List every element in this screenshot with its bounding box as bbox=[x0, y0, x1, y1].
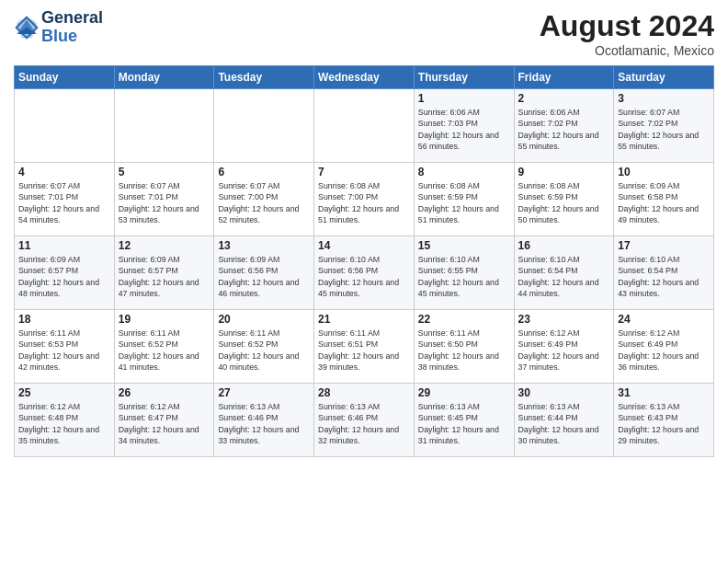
day-number: 16 bbox=[518, 239, 610, 252]
calendar-cell: 26Sunrise: 6:12 AMSunset: 6:47 PMDayligh… bbox=[114, 384, 214, 457]
calendar-cell: 15Sunrise: 6:10 AMSunset: 6:55 PMDayligh… bbox=[414, 236, 514, 310]
day-info: Sunrise: 6:11 AMSunset: 6:52 PMDaylight:… bbox=[218, 327, 310, 373]
calendar-cell: 31Sunrise: 6:13 AMSunset: 6:43 PMDayligh… bbox=[614, 384, 714, 457]
calendar-cell bbox=[15, 89, 115, 163]
logo: General Blue bbox=[14, 9, 103, 46]
day-info: Sunrise: 6:13 AMSunset: 6:43 PMDaylight:… bbox=[618, 401, 710, 446]
header-friday: Friday bbox=[514, 66, 614, 89]
day-number: 17 bbox=[618, 239, 710, 252]
day-info: Sunrise: 6:09 AMSunset: 6:56 PMDaylight:… bbox=[218, 254, 310, 299]
day-info: Sunrise: 6:10 AMSunset: 6:54 PMDaylight:… bbox=[518, 254, 610, 299]
calendar-cell: 11Sunrise: 6:09 AMSunset: 6:57 PMDayligh… bbox=[15, 236, 115, 310]
header-wednesday: Wednesday bbox=[314, 66, 415, 89]
day-info: Sunrise: 6:09 AMSunset: 6:57 PMDaylight:… bbox=[18, 254, 110, 299]
day-number: 2 bbox=[518, 92, 610, 105]
week-row-2: 11Sunrise: 6:09 AMSunset: 6:57 PMDayligh… bbox=[15, 236, 714, 310]
calendar-cell: 17Sunrise: 6:10 AMSunset: 6:54 PMDayligh… bbox=[614, 236, 714, 310]
day-number: 29 bbox=[418, 386, 510, 399]
calendar-cell: 10Sunrise: 6:09 AMSunset: 6:58 PMDayligh… bbox=[614, 163, 714, 236]
day-number: 8 bbox=[418, 166, 510, 178]
day-info: Sunrise: 6:12 AMSunset: 6:48 PMDaylight:… bbox=[18, 401, 110, 446]
calendar-cell: 2Sunrise: 6:06 AMSunset: 7:02 PMDaylight… bbox=[514, 89, 614, 163]
day-info: Sunrise: 6:13 AMSunset: 6:46 PMDaylight:… bbox=[218, 401, 310, 446]
day-number: 3 bbox=[618, 92, 710, 105]
day-info: Sunrise: 6:07 AMSunset: 7:01 PMDaylight:… bbox=[119, 180, 210, 225]
logo-text: General Blue bbox=[41, 9, 103, 46]
calendar-cell: 29Sunrise: 6:13 AMSunset: 6:45 PMDayligh… bbox=[414, 384, 514, 457]
day-number: 13 bbox=[218, 239, 310, 252]
day-number: 1 bbox=[418, 92, 510, 105]
week-row-3: 18Sunrise: 6:11 AMSunset: 6:53 PMDayligh… bbox=[15, 310, 714, 384]
day-info: Sunrise: 6:06 AMSunset: 7:03 PMDaylight:… bbox=[418, 107, 510, 152]
day-info: Sunrise: 6:10 AMSunset: 6:55 PMDaylight:… bbox=[418, 254, 510, 299]
day-number: 7 bbox=[318, 166, 410, 178]
calendar: Sunday Monday Tuesday Wednesday Thursday… bbox=[14, 65, 714, 457]
day-number: 31 bbox=[618, 386, 710, 399]
day-info: Sunrise: 6:07 AMSunset: 7:01 PMDaylight:… bbox=[18, 180, 110, 225]
calendar-cell: 16Sunrise: 6:10 AMSunset: 6:54 PMDayligh… bbox=[514, 236, 614, 310]
header-tuesday: Tuesday bbox=[214, 66, 314, 89]
day-number: 12 bbox=[119, 239, 210, 252]
month-year: August 2024 bbox=[540, 9, 714, 43]
page: General Blue August 2024 Ocotlamanic, Me… bbox=[0, 0, 728, 563]
day-info: Sunrise: 6:08 AMSunset: 7:00 PMDaylight:… bbox=[318, 180, 410, 225]
calendar-cell: 27Sunrise: 6:13 AMSunset: 6:46 PMDayligh… bbox=[214, 384, 314, 457]
day-info: Sunrise: 6:07 AMSunset: 7:00 PMDaylight:… bbox=[218, 180, 310, 225]
calendar-cell: 13Sunrise: 6:09 AMSunset: 6:56 PMDayligh… bbox=[214, 236, 314, 310]
calendar-cell: 6Sunrise: 6:07 AMSunset: 7:00 PMDaylight… bbox=[214, 163, 314, 236]
calendar-cell: 14Sunrise: 6:10 AMSunset: 6:56 PMDayligh… bbox=[314, 236, 415, 310]
week-row-4: 25Sunrise: 6:12 AMSunset: 6:48 PMDayligh… bbox=[15, 384, 714, 457]
calendar-cell: 20Sunrise: 6:11 AMSunset: 6:52 PMDayligh… bbox=[214, 310, 314, 384]
day-number: 19 bbox=[119, 313, 210, 326]
day-number: 4 bbox=[18, 166, 110, 178]
day-info: Sunrise: 6:08 AMSunset: 6:59 PMDaylight:… bbox=[418, 180, 510, 225]
day-info: Sunrise: 6:06 AMSunset: 7:02 PMDaylight:… bbox=[518, 107, 610, 152]
calendar-cell bbox=[314, 89, 415, 163]
logo-icon bbox=[14, 15, 40, 40]
day-number: 6 bbox=[218, 166, 310, 178]
day-number: 18 bbox=[18, 313, 110, 326]
day-info: Sunrise: 6:12 AMSunset: 6:49 PMDaylight:… bbox=[618, 327, 710, 373]
day-number: 26 bbox=[119, 386, 210, 399]
header-saturday: Saturday bbox=[614, 66, 714, 89]
calendar-cell: 25Sunrise: 6:12 AMSunset: 6:48 PMDayligh… bbox=[15, 384, 115, 457]
day-number: 28 bbox=[318, 386, 410, 399]
week-row-0: 1Sunrise: 6:06 AMSunset: 7:03 PMDaylight… bbox=[15, 89, 714, 163]
calendar-cell: 21Sunrise: 6:11 AMSunset: 6:51 PMDayligh… bbox=[314, 310, 415, 384]
day-number: 21 bbox=[318, 313, 410, 326]
day-info: Sunrise: 6:12 AMSunset: 6:47 PMDaylight:… bbox=[119, 401, 210, 446]
day-info: Sunrise: 6:12 AMSunset: 6:49 PMDaylight:… bbox=[518, 327, 610, 373]
calendar-cell: 9Sunrise: 6:08 AMSunset: 6:59 PMDaylight… bbox=[514, 163, 614, 236]
day-info: Sunrise: 6:10 AMSunset: 6:54 PMDaylight:… bbox=[618, 254, 710, 299]
calendar-cell: 30Sunrise: 6:13 AMSunset: 6:44 PMDayligh… bbox=[514, 384, 614, 457]
day-info: Sunrise: 6:07 AMSunset: 7:02 PMDaylight:… bbox=[618, 107, 710, 152]
day-number: 10 bbox=[618, 166, 710, 178]
day-number: 15 bbox=[418, 239, 510, 252]
header-thursday: Thursday bbox=[414, 66, 514, 89]
day-info: Sunrise: 6:11 AMSunset: 6:52 PMDaylight:… bbox=[119, 327, 210, 373]
calendar-cell: 4Sunrise: 6:07 AMSunset: 7:01 PMDaylight… bbox=[15, 163, 115, 236]
day-info: Sunrise: 6:11 AMSunset: 6:50 PMDaylight:… bbox=[418, 327, 510, 373]
calendar-cell: 24Sunrise: 6:12 AMSunset: 6:49 PMDayligh… bbox=[614, 310, 714, 384]
day-number: 22 bbox=[418, 313, 510, 326]
calendar-cell: 8Sunrise: 6:08 AMSunset: 6:59 PMDaylight… bbox=[414, 163, 514, 236]
calendar-cell: 3Sunrise: 6:07 AMSunset: 7:02 PMDaylight… bbox=[614, 89, 714, 163]
day-info: Sunrise: 6:09 AMSunset: 6:57 PMDaylight:… bbox=[119, 254, 210, 299]
calendar-cell: 7Sunrise: 6:08 AMSunset: 7:00 PMDaylight… bbox=[314, 163, 415, 236]
calendar-cell bbox=[214, 89, 314, 163]
logo-blue: Blue bbox=[41, 27, 77, 45]
day-number: 11 bbox=[18, 239, 110, 252]
day-number: 25 bbox=[18, 386, 110, 399]
weekday-header-row: Sunday Monday Tuesday Wednesday Thursday… bbox=[15, 66, 714, 89]
week-row-1: 4Sunrise: 6:07 AMSunset: 7:01 PMDaylight… bbox=[15, 163, 714, 236]
calendar-cell: 28Sunrise: 6:13 AMSunset: 6:46 PMDayligh… bbox=[314, 384, 415, 457]
calendar-cell: 5Sunrise: 6:07 AMSunset: 7:01 PMDaylight… bbox=[114, 163, 214, 236]
day-number: 27 bbox=[218, 386, 310, 399]
day-number: 23 bbox=[518, 313, 610, 326]
day-info: Sunrise: 6:09 AMSunset: 6:58 PMDaylight:… bbox=[618, 180, 710, 225]
header-monday: Monday bbox=[114, 66, 214, 89]
day-info: Sunrise: 6:08 AMSunset: 6:59 PMDaylight:… bbox=[518, 180, 610, 225]
calendar-cell: 12Sunrise: 6:09 AMSunset: 6:57 PMDayligh… bbox=[114, 236, 214, 310]
calendar-cell: 23Sunrise: 6:12 AMSunset: 6:49 PMDayligh… bbox=[514, 310, 614, 384]
day-number: 30 bbox=[518, 386, 610, 399]
